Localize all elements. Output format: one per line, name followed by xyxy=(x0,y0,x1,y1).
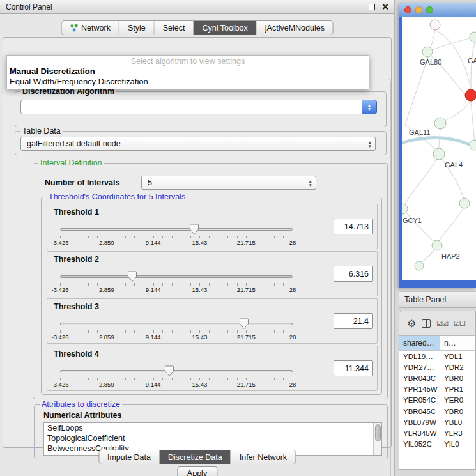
algorithm-combobox[interactable]: ▲▼ xyxy=(20,100,377,114)
node-circle[interactable] xyxy=(415,261,424,270)
table-cell[interactable]: YLR3 xyxy=(440,429,475,437)
table-cell[interactable]: YPR145W xyxy=(399,385,440,393)
node-table-body: YDL19…YDL1YDR27…YDR2YBR043CYBR0YPR145WYP… xyxy=(399,351,475,469)
table-row[interactable]: YDR27…YDR2 xyxy=(399,362,475,372)
tab-select[interactable]: Select xyxy=(154,21,194,35)
table-row[interactable]: YPR145WYPR1 xyxy=(399,384,475,395)
close-traffic-light-icon[interactable] xyxy=(404,6,411,13)
node-circle[interactable] xyxy=(430,20,440,30)
table-cell[interactable]: YDL1 xyxy=(440,353,475,360)
scale-label: 28 xyxy=(289,239,296,246)
slider-track[interactable] xyxy=(60,370,293,372)
popup-item-equal-width-frequency[interactable]: Equal Width/Frequency Discretization xyxy=(7,77,369,87)
table-cell[interactable]: YDL19… xyxy=(399,353,440,360)
threshold-slider[interactable]: -3.4262.8599.14415.4321.71528 xyxy=(60,365,293,390)
tab-cyni-toolbox[interactable]: Cyni Toolbox xyxy=(193,21,256,35)
network-canvas[interactable]: GAL80 GA GAL11 GAL4 GCY1 HAP2 xyxy=(402,17,476,280)
scale-label: 15.43 xyxy=(192,381,208,388)
combo-selected-value: galFiltered.sif default node xyxy=(27,139,121,148)
table-row[interactable]: YBR043CYBR0 xyxy=(399,372,475,383)
table-cell[interactable]: YBL0 xyxy=(440,418,475,426)
table-cell[interactable]: YPR1 xyxy=(440,385,475,393)
minimize-traffic-light-icon[interactable] xyxy=(415,6,422,13)
threshold-value-field[interactable] xyxy=(334,313,373,329)
slider-thumb[interactable] xyxy=(190,224,199,235)
float-window-icon[interactable] xyxy=(369,4,375,10)
slider-track[interactable] xyxy=(60,275,293,278)
zoom-traffic-light-icon[interactable] xyxy=(426,6,433,13)
unselect-checkboxes-icon[interactable]: ☑☐ xyxy=(454,319,465,328)
threshold-value-field[interactable] xyxy=(334,360,373,376)
table-data-combobox[interactable]: galFiltered.sif default node ▲▼ xyxy=(20,137,376,151)
column-header-shared-name[interactable]: shared… xyxy=(399,336,440,350)
node-circle[interactable] xyxy=(422,47,433,57)
scale-label: -3.426 xyxy=(52,334,69,341)
table-cell[interactable]: YBL079W xyxy=(399,418,440,426)
table-row[interactable]: YLR345WYLR3 xyxy=(399,427,475,438)
table-row[interactable]: YBL079WYBL0 xyxy=(399,417,475,427)
table-row[interactable]: YER054CYER0 xyxy=(399,395,475,406)
node-circle[interactable] xyxy=(459,198,470,208)
slider-thumb[interactable] xyxy=(127,271,137,282)
node-circle[interactable] xyxy=(432,240,442,250)
popup-item-manual-discretization[interactable]: Manual Discretization xyxy=(7,66,369,77)
list-scrollbar[interactable] xyxy=(373,423,381,455)
table-cell[interactable]: YBR045C xyxy=(399,408,440,415)
slider-track[interactable] xyxy=(60,228,293,231)
node-circle[interactable] xyxy=(470,32,476,42)
table-cell[interactable]: YIL052C xyxy=(399,440,440,448)
table-cell[interactable]: YDR27… xyxy=(399,364,440,371)
table-row[interactable]: YDL19…YDL1 xyxy=(399,351,475,362)
slider-scale: -3.4262.8599.14415.4321.71528 xyxy=(60,286,293,293)
gear-icon[interactable]: ⚙ xyxy=(407,318,416,330)
table-cell[interactable]: YBR0 xyxy=(440,374,475,382)
number-of-intervals-combobox[interactable]: 5 ▲▼ xyxy=(141,176,316,190)
threshold-slider[interactable]: -3.4262.8599.14415.4321.71528 xyxy=(60,318,293,342)
apply-button[interactable]: Apply xyxy=(177,466,217,476)
control-panel-titlebar[interactable]: Control Panel xyxy=(0,0,394,14)
close-window-icon[interactable] xyxy=(381,3,388,10)
table-cell[interactable]: YBR0 xyxy=(440,408,475,415)
combo-selected-value: 5 xyxy=(148,178,152,187)
tab-infer-network[interactable]: Infer Network xyxy=(231,450,295,464)
node-circle[interactable] xyxy=(433,148,445,160)
select-all-checkboxes-icon[interactable]: ☑☑ xyxy=(436,319,448,328)
column-header-name[interactable]: n… xyxy=(440,336,475,350)
slider-track[interactable] xyxy=(60,323,293,325)
threshold-value-field[interactable] xyxy=(334,219,373,234)
threshold-slider[interactable]: -3.4262.8599.14415.4321.71528 xyxy=(60,271,293,295)
scale-label: 21.715 xyxy=(237,334,256,341)
node-circle[interactable] xyxy=(402,204,408,214)
threshold-slider[interactable]: -3.4262.8599.14415.4321.71528 xyxy=(60,224,293,248)
table-row[interactable]: YBR045CYBR0 xyxy=(399,406,475,417)
table-cell[interactable]: YBR043C xyxy=(399,374,440,382)
table-cell[interactable]: YER0 xyxy=(440,396,475,404)
scale-label: -3.426 xyxy=(52,381,69,388)
list-item[interactable]: TopologicalCoefficient xyxy=(44,433,381,443)
table-cell[interactable]: YER054C xyxy=(399,396,440,404)
table-browser-window: ⚙ ☑☑ ☑☐ shared… n… YDL19…YDL1YDR27…YDR2Y… xyxy=(399,311,476,470)
interval-definition-group: Interval Definition Number of Intervals … xyxy=(33,163,388,399)
columns-icon[interactable] xyxy=(422,319,431,328)
tab-discretize-data[interactable]: Discretize Data xyxy=(159,450,231,464)
thresholds-list: Threshold 1 -3.4262.8599.14415.4321.7152… xyxy=(47,204,378,393)
table-cell[interactable]: YDR2 xyxy=(440,364,475,371)
table-cell[interactable]: YLR345W xyxy=(399,429,440,437)
table-cell[interactable]: YIL0 xyxy=(440,440,475,448)
table-row[interactable]: YIL052CYIL0 xyxy=(399,439,475,450)
slider-thumb[interactable] xyxy=(239,318,249,330)
tab-impute-data[interactable]: Impute Data xyxy=(99,450,159,464)
tab-style[interactable]: Style xyxy=(119,21,154,35)
tab-network[interactable]: Network xyxy=(61,21,119,35)
slider-thumb[interactable] xyxy=(165,365,174,377)
scrollbar-thumb[interactable] xyxy=(375,424,381,441)
network-window-titlebar[interactable] xyxy=(399,3,476,17)
threshold-value-field[interactable] xyxy=(334,266,373,282)
node-circle[interactable] xyxy=(434,118,446,129)
node-circle[interactable] xyxy=(470,140,476,150)
window-title: Control Panel xyxy=(6,3,52,12)
tab-jactivemnodules[interactable]: jActiveMNodules xyxy=(256,21,333,35)
list-item[interactable]: SelfLoops xyxy=(44,423,381,433)
selected-node[interactable] xyxy=(465,89,476,101)
tab-label: Discretize Data xyxy=(168,453,222,462)
